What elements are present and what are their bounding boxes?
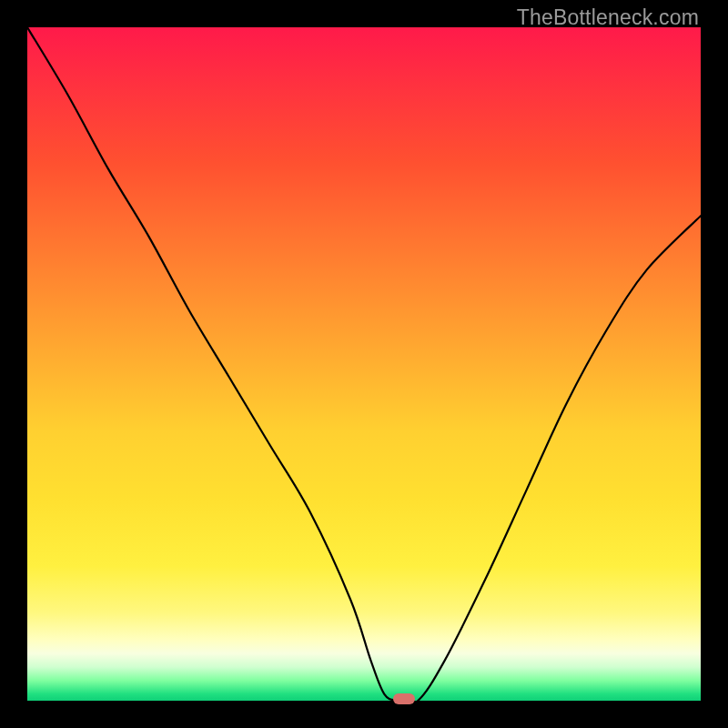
chart-container: TheBottleneck.com: [0, 0, 728, 728]
plot-area: [27, 27, 701, 701]
bottleneck-curve: [27, 27, 701, 701]
optimal-point-marker: [393, 693, 415, 704]
watermark-text: TheBottleneck.com: [517, 5, 699, 30]
